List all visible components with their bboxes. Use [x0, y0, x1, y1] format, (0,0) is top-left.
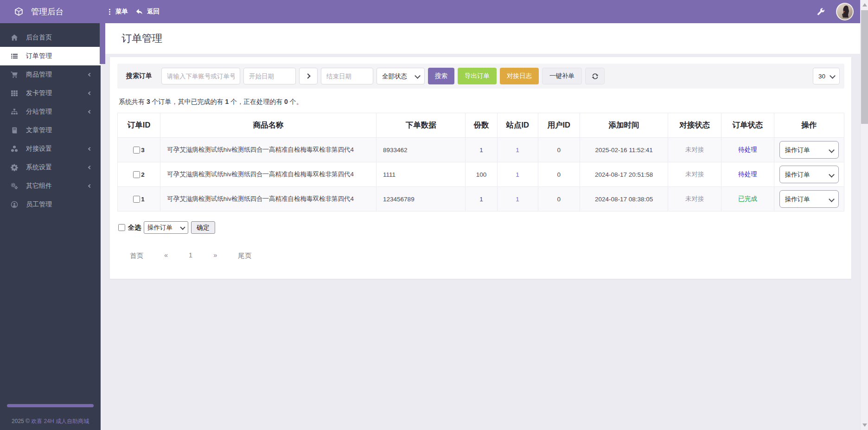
accent-strip [100, 23, 105, 64]
chevron-left-icon [88, 184, 92, 188]
sidebar-item-integration[interactable]: 对接设置 [0, 140, 101, 158]
total-orders-count: 3 [147, 98, 150, 105]
sidebar-item-label: 系统设置 [26, 163, 52, 172]
date-range-arrow-button[interactable] [299, 68, 318, 84]
products-cart-icon [11, 71, 18, 78]
page-header: 订单管理 [101, 23, 860, 54]
menu-button[interactable]: 菜单 [108, 7, 128, 16]
integration-log-button[interactable]: 对接日志 [500, 68, 539, 84]
order-id: 2 [141, 171, 145, 178]
sidebar-item-substations[interactable]: 分站管理 [0, 103, 101, 121]
sidebar-item-articles[interactable]: 文章管理 [0, 121, 101, 140]
scrollbar[interactable] [860, 0, 868, 430]
status-filter[interactable]: 全部状态 [377, 68, 425, 84]
sidebar-item-label: 发卡管理 [26, 89, 52, 97]
reissue-button[interactable]: 一键补单 [542, 68, 582, 84]
user-id: 0 [538, 162, 580, 187]
refresh-icon [592, 73, 599, 80]
row-checkbox[interactable] [133, 147, 140, 154]
table-header-row: 订单ID 商品名称 下单数据 份数 站点ID 用户ID 添加时间 对接状态 订单… [118, 113, 844, 138]
qty: 1 [466, 187, 497, 212]
site-id-link[interactable]: 1 [516, 147, 519, 154]
row-checkbox[interactable] [133, 171, 140, 178]
sidebar-item-staff[interactable]: 员工管理 [0, 195, 101, 214]
sidebar-item-label: 文章管理 [26, 126, 52, 135]
topbar: 管理后台 菜单 返回 [0, 0, 860, 23]
chevron-left-icon [88, 91, 92, 95]
row-action-select[interactable]: 操作订单 [779, 190, 839, 208]
sidebar: 后台首页 订单管理 商品管理 发卡管理 分站管理 文章管理 对接设置 系统设置 … [0, 23, 101, 430]
scrollbar-thumb[interactable] [861, 10, 868, 124]
orders-card: 搜索订单 全部状态 搜索 导出订单 对接日志 一键补单 30 系 [110, 57, 851, 279]
account-search-input[interactable] [161, 68, 240, 84]
sidebar-item-label: 员工管理 [26, 200, 52, 209]
home-icon [11, 34, 18, 41]
link-status: 未对接 [685, 171, 704, 178]
chevron-right-icon [305, 73, 310, 78]
sidebar-item-label: 后台首页 [26, 33, 52, 42]
page-last[interactable]: 尾页 [238, 251, 251, 260]
copyright-year: 2025 © [12, 418, 31, 424]
page-next[interactable]: » [213, 251, 217, 260]
scroll-up-arrow-icon[interactable] [862, 3, 867, 6]
sidebar-item-products[interactable]: 商品管理 [0, 65, 101, 84]
sidebar-item-components[interactable]: 其它组件 [0, 177, 101, 195]
page-current[interactable]: 1 [189, 251, 192, 260]
chevron-left-icon [88, 73, 92, 77]
col-user-id: 用户ID [538, 113, 580, 138]
staff-user-icon [11, 201, 18, 208]
sidebar-item-cards[interactable]: 发卡管理 [0, 84, 101, 103]
col-site-id: 站点ID [497, 113, 538, 138]
row-checkbox[interactable] [133, 196, 140, 203]
select-all-checkbox[interactable] [118, 224, 125, 231]
sidebar-accent-bar [7, 404, 94, 407]
back-button[interactable]: 返回 [135, 7, 160, 16]
bulk-action[interactable]: 操作订单 [144, 221, 188, 234]
back-arrow-icon [135, 8, 143, 15]
order-status-link[interactable]: 待处理 [738, 171, 757, 178]
vertical-dots-icon [109, 11, 110, 13]
col-qty: 份数 [466, 113, 497, 138]
chevron-left-icon [88, 166, 92, 169]
order-status-link[interactable]: 待处理 [738, 146, 757, 153]
user-id: 0 [538, 138, 580, 162]
confirm-button[interactable]: 确定 [191, 221, 215, 234]
added-time: 2024-08-17 20:51:58 [580, 162, 668, 187]
chevron-left-icon [88, 110, 92, 114]
refresh-button[interactable] [585, 68, 605, 84]
start-date-input[interactable] [243, 68, 296, 84]
page-size[interactable]: 30 [813, 68, 840, 84]
search-button[interactable]: 搜索 [428, 68, 454, 84]
sidebar-item-label: 分站管理 [26, 108, 52, 116]
sidebar-item-label: 商品管理 [26, 71, 52, 79]
wrench-icon[interactable] [817, 8, 825, 16]
end-date-input[interactable] [321, 68, 373, 84]
page-prev[interactable]: « [164, 251, 168, 260]
row-action-select[interactable]: 操作订单 [779, 141, 839, 159]
status-filter-select[interactable]: 全部状态 [377, 68, 425, 84]
site-name-link[interactable]: 欢喜 24H 成人自助商城 [31, 418, 89, 424]
orders-summary: 系统共有 3 个订单，其中已完成的有 1 个，正在处理的有 0 个。 [119, 98, 843, 106]
site-id-link[interactable]: 1 [516, 196, 519, 203]
site-id-link[interactable]: 1 [516, 171, 519, 178]
table-row: 3 可孕艾滋病检测试纸hiv检测纸四合一高精准自检梅毒双检非第四代4 89334… [118, 138, 844, 162]
pagination: 首页 « 1 » 尾页 [130, 251, 844, 260]
sidebar-item-orders[interactable]: 订单管理 [0, 47, 101, 65]
page-size-select[interactable]: 30 [813, 68, 840, 84]
chevron-left-icon [88, 147, 92, 151]
sidebar-item-system[interactable]: 系统设置 [0, 158, 101, 177]
user-avatar[interactable] [836, 3, 854, 20]
row-action[interactable]: 操作订单 [779, 141, 839, 159]
sidebar-footer: 2025 © 欢喜 24H 成人自助商城 [0, 404, 101, 430]
row-action[interactable]: 操作订单 [779, 166, 839, 183]
added-time: 2024-08-17 08:38:05 [580, 187, 668, 212]
bulk-action-select[interactable]: 操作订单 [144, 221, 188, 234]
product-name: 可孕艾滋病检测试纸hiv检测纸四合一高精准自检梅毒双检非第四代4 [160, 187, 377, 212]
sidebar-item-dashboard[interactable]: 后台首页 [0, 28, 101, 47]
row-action-select[interactable]: 操作订单 [779, 166, 839, 183]
product-name: 可孕艾滋病检测试纸hiv检测纸四合一高精准自检梅毒双检非第四代4 [160, 162, 377, 187]
page-first[interactable]: 首页 [130, 251, 143, 260]
scroll-down-arrow-icon[interactable] [862, 424, 867, 427]
export-orders-button[interactable]: 导出订单 [458, 68, 497, 84]
row-action[interactable]: 操作订单 [779, 190, 839, 208]
